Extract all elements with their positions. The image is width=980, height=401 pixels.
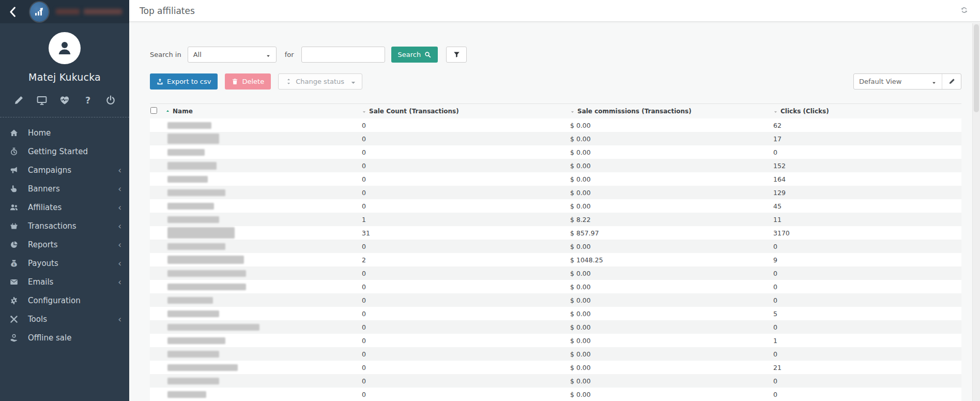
sidebar-item-transactions[interactable]: Transactions‹: [0, 217, 129, 235]
table-row[interactable]: 0$ 0.000: [150, 388, 961, 401]
sidebar-item-affiliates[interactable]: Affiliates‹: [0, 198, 129, 217]
power-icon[interactable]: [105, 95, 116, 106]
sidebar-item-tools[interactable]: Tools‹: [0, 310, 129, 329]
sidebar-item-getting-started[interactable]: Getting Started: [0, 142, 129, 161]
table-row[interactable]: 0$ 0.0045: [150, 199, 961, 213]
sale-count-cell: 0: [362, 148, 570, 156]
chevron-left-icon: ‹: [118, 222, 121, 231]
table-row[interactable]: 0$ 0.000: [150, 145, 961, 159]
sidebar-item-payouts[interactable]: $Payouts‹: [0, 254, 129, 273]
table-row[interactable]: 0$ 0.000: [150, 320, 961, 334]
sale-commissions-cell: $ 857.97: [570, 229, 773, 237]
edit-view-button[interactable]: [942, 74, 961, 89]
pencil-icon[interactable]: [13, 95, 24, 106]
sidebar-item-label: Payouts: [28, 259, 58, 268]
clicks-cell: 164: [773, 175, 961, 183]
clicks-cell: 1: [773, 337, 961, 345]
delete-button[interactable]: Delete: [225, 73, 271, 90]
sidebar-item-label: Getting Started: [28, 147, 88, 156]
sale-commissions-cell: $ 0.00: [570, 243, 773, 250]
affiliate-name-cell: [165, 203, 362, 210]
affiliate-name-cell: [165, 176, 362, 183]
table-row[interactable]: 0$ 0.0017: [150, 132, 961, 145]
view-select[interactable]: Default View: [854, 74, 942, 89]
table-row[interactable]: 0$ 0.0062: [150, 118, 961, 132]
sale-count-cell: 0: [362, 283, 570, 291]
clicks-cell: 45: [773, 202, 961, 210]
search-input[interactable]: [301, 47, 385, 63]
table-row[interactable]: 31$ 857.973170: [150, 226, 961, 240]
table-row[interactable]: 0$ 0.000: [150, 280, 961, 293]
sidebar-item-home[interactable]: Home: [0, 124, 129, 142]
filter-button[interactable]: [446, 47, 467, 63]
table-row[interactable]: 0$ 0.000: [150, 266, 961, 280]
page-title: Top affiliates: [140, 6, 195, 16]
clicks-cell: 9: [773, 256, 961, 264]
sidebar-item-offline-sale[interactable]: Offline sale: [0, 329, 129, 347]
sale-commissions-cell: $ 0.00: [570, 175, 773, 183]
sale-count-cell: 0: [362, 337, 570, 345]
search-scope-value: All: [193, 51, 202, 58]
table-row[interactable]: 0$ 0.000: [150, 240, 961, 253]
upload-icon: [157, 78, 163, 85]
home-icon: [10, 129, 19, 137]
column-header-sale-count[interactable]: Sale Count (Transactions): [362, 108, 570, 115]
redacted-name: [167, 351, 219, 358]
table-row[interactable]: 2$ 1048.259: [150, 253, 961, 266]
export-csv-button[interactable]: Export to csv: [150, 73, 218, 90]
redacted-name: [167, 216, 219, 223]
affiliate-name-cell: [165, 324, 362, 331]
clicks-cell: 5: [773, 310, 961, 318]
table-row[interactable]: 0$ 0.00164: [150, 172, 961, 186]
column-header-clicks[interactable]: Clicks (Clicks): [773, 108, 961, 115]
table-row[interactable]: 0$ 0.005: [150, 307, 961, 320]
clicks-cell: 0: [773, 148, 961, 156]
svg-text:?: ?: [85, 95, 90, 106]
table-row[interactable]: 1$ 8.2211: [150, 213, 961, 226]
sidebar-item-configuration[interactable]: Configuration: [0, 291, 129, 310]
svg-text:$: $: [13, 263, 15, 266]
sidebar-nav: HomeGetting StartedCampaigns‹Banners‹Aff…: [0, 117, 129, 347]
search-scope-select[interactable]: All: [188, 47, 277, 63]
caret-down-icon: [931, 79, 937, 84]
change-status-label: Change status: [296, 78, 344, 85]
vertical-scrollbar[interactable]: [972, 23, 980, 401]
sale-count-cell: 0: [362, 296, 570, 304]
table-row[interactable]: 0$ 0.00152: [150, 159, 961, 172]
change-status-button[interactable]: Change status: [278, 73, 362, 90]
affiliate-name-cell: [165, 243, 362, 250]
sale-commissions-cell: $ 1048.25: [570, 256, 773, 264]
question-icon[interactable]: ?: [83, 95, 93, 106]
sidebar-item-emails[interactable]: Emails‹: [0, 273, 129, 291]
refresh-icon[interactable]: [960, 6, 970, 16]
sidebar-item-campaigns[interactable]: Campaigns‹: [0, 161, 129, 180]
money-bag-icon: $: [10, 259, 19, 268]
table-row[interactable]: 0$ 0.0021: [150, 361, 961, 374]
table-row[interactable]: 0$ 0.000: [150, 347, 961, 361]
sale-commissions-cell: $ 0.00: [570, 296, 773, 304]
chevron-left-icon: ‹: [118, 241, 121, 249]
sale-count-cell: 0: [362, 270, 570, 277]
sidebar-item-banners[interactable]: Banners‹: [0, 180, 129, 198]
caret-down-icon: [350, 79, 355, 84]
scrollbar-thumb[interactable]: [974, 24, 979, 112]
column-header-sale-commissions[interactable]: Sale commissions (Transactions): [570, 108, 773, 115]
affiliates-table: Name Sale Count (Transactions) Sale comm…: [150, 103, 961, 401]
column-header-name[interactable]: Name: [165, 108, 362, 115]
envelope-icon: [10, 278, 19, 286]
table-row[interactable]: 0$ 0.000: [150, 374, 961, 388]
select-all-checkbox[interactable]: [150, 107, 157, 114]
table-row[interactable]: 0$ 0.001: [150, 334, 961, 347]
table-row[interactable]: 0$ 0.000: [150, 293, 961, 307]
clicks-cell: 3170: [773, 229, 961, 237]
heartbeat-icon[interactable]: [59, 95, 70, 106]
monitor-icon[interactable]: [37, 95, 47, 106]
redacted-name: [167, 133, 219, 144]
collapse-sidebar-icon[interactable]: [7, 6, 19, 18]
sidebar-item-reports[interactable]: Reports‹: [0, 235, 129, 254]
sale-commissions-cell: $ 0.00: [570, 310, 773, 318]
clicks-cell: 17: [773, 135, 961, 143]
search-button[interactable]: Search: [391, 47, 438, 63]
redacted-name: [167, 227, 235, 239]
table-row[interactable]: 0$ 0.00129: [150, 186, 961, 199]
